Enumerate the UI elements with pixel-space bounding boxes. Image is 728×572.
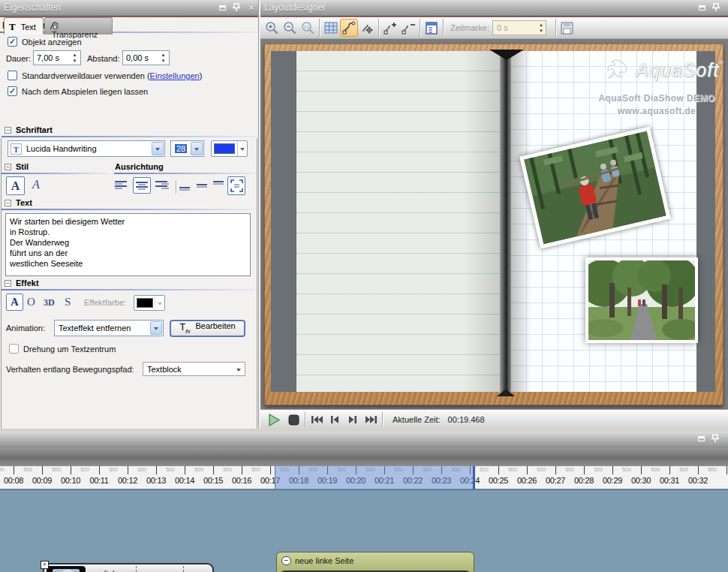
grid-icon[interactable]: [322, 19, 340, 37]
pin-icon[interactable]: [712, 3, 723, 13]
clip-linke-seite[interactable]: + linke Seite 00:06: [43, 563, 214, 572]
collapse-effekt-icon[interactable]: −: [5, 280, 11, 287]
demo-watermark: AquaSoft® AquaSoft DiaShow DEMO www.aqua…: [589, 57, 724, 116]
clip-group-neue-linke-seite[interactable]: − neue linke Seite Buch linke Seite.png …: [276, 552, 474, 572]
pin-icon[interactable]: [711, 434, 722, 444]
next-button[interactable]: [344, 411, 362, 429]
chevron-down-icon[interactable]: [191, 142, 203, 155]
layout-designer-panel: Layoutdesigner ✕ 1:1: [260, 0, 728, 429]
group-title: neue linke Seite: [295, 556, 353, 565]
minimize-icon[interactable]: [696, 434, 706, 444]
ruler-label: 00:11: [85, 476, 113, 485]
photo-tree-path[interactable]: [585, 257, 698, 343]
collapse-stil-icon[interactable]: −: [5, 164, 11, 170]
prev-button[interactable]: [326, 411, 344, 429]
save-icon[interactable]: [558, 19, 576, 37]
keep-after-play-checkbox[interactable]: ✓: [8, 86, 17, 96]
ruler-label: 00:09: [28, 476, 56, 485]
play-button[interactable]: [263, 411, 284, 429]
close-icon[interactable]: ✕: [246, 3, 257, 13]
minimize-icon[interactable]: [217, 3, 227, 13]
collapse-icon[interactable]: −: [281, 556, 291, 565]
effect-shadow-button[interactable]: S: [65, 296, 71, 309]
ruler-label: 00:27: [541, 476, 570, 485]
designer-titlebar: Layoutdesigner ✕: [260, 0, 728, 16]
settings-link[interactable]: Einstellungen: [150, 71, 200, 80]
section-schriftart: Schriftart: [16, 125, 53, 134]
ruler-label: 00:15: [199, 476, 227, 485]
add-path-point-icon[interactable]: [381, 19, 399, 37]
expand-icon[interactable]: +: [41, 561, 49, 569]
effect-plain-button[interactable]: A: [6, 294, 23, 311]
gap-spinner[interactable]: 0,00 s ▲▼: [122, 50, 170, 65]
zoom-original-icon[interactable]: 1:1: [299, 19, 317, 37]
valign-top-button[interactable]: [211, 177, 229, 194]
section-ausrichtung: Ausrichtung: [115, 162, 164, 171]
properties-titlebar: Eigenschaften ✕: [0, 0, 258, 16]
motion-path-icon[interactable]: [340, 19, 358, 37]
layout-canvas[interactable]: AquaSoft® AquaSoft DiaShow DEMO www.aqua…: [260, 39, 728, 410]
ruler-label: 00:12: [113, 476, 142, 485]
ruler-label: 00:25: [484, 476, 513, 485]
collapse-text-icon[interactable]: −: [5, 200, 11, 206]
watermark-demo-text: AquaSoft DiaShow DEMO: [589, 93, 724, 104]
object-show-checkbox[interactable]: ✓: [8, 37, 17, 47]
chevron-down-icon[interactable]: [152, 142, 164, 155]
group-header[interactable]: − neue linke Seite: [277, 552, 474, 569]
bold-button[interactable]: A: [6, 176, 25, 195]
timeline-titlebar: ✕: [0, 432, 728, 447]
standard-dwell-checkbox[interactable]: [8, 71, 17, 80]
ruler-selection: [275, 466, 475, 489]
valign-bottom-button[interactable]: [177, 177, 195, 194]
effect-3d-button[interactable]: 3D: [44, 297, 55, 309]
chevron-down-icon[interactable]: [150, 321, 162, 335]
minimize-icon[interactable]: [696, 3, 707, 13]
font-color-button[interactable]: [211, 140, 248, 157]
ruler-label: 00:30: [627, 476, 655, 485]
pin-icon[interactable]: [233, 3, 243, 13]
transparency-icon: [50, 21, 59, 30]
path-behavior-select[interactable]: Textblock: [143, 362, 245, 376]
remove-path-point-icon[interactable]: [399, 19, 417, 37]
ruler-subtick-label: 500: [0, 467, 14, 472]
storyboard-panel-icon[interactable]: [423, 19, 441, 37]
clip-thumbnail: [47, 566, 86, 572]
italic-button[interactable]: A: [29, 178, 44, 191]
close-icon[interactable]: ✕: [725, 3, 728, 13]
ruler-subtick-label: 500: [669, 467, 698, 472]
animation-select[interactable]: Texteffekt entfernen: [54, 320, 164, 336]
ruler-label: 00:13: [142, 476, 170, 485]
move-path-icon[interactable]: [358, 19, 376, 37]
edit-text-effect-button[interactable]: Tfx Bearbeiten: [170, 320, 245, 337]
tab-text[interactable]: T Text: [4, 17, 44, 35]
standard-dwell-label: Standardverweildauer verwenden (Einstell…: [22, 71, 202, 80]
align-left-button[interactable]: [113, 177, 131, 194]
rotation-center-checkbox[interactable]: [9, 344, 19, 354]
duration-spinner[interactable]: 7,00 s ▲▼: [33, 50, 81, 65]
text-content-input[interactable]: Wir starten bei diesigem Wetter in Rostr…: [5, 213, 251, 276]
timeline-tracks[interactable]: + linke Seite 00:06: [0, 489, 728, 572]
timeline-ruler[interactable]: 5005005005005005005005005005005005005005…: [0, 466, 728, 489]
spinner-arrows-icon[interactable]: ▲▼: [159, 52, 167, 64]
tab-transparenz[interactable]: Transparenz: [44, 17, 113, 35]
font-size-select[interactable]: 28: [170, 140, 204, 157]
chevron-down-icon[interactable]: [237, 141, 247, 156]
close-icon[interactable]: ✕: [724, 434, 728, 444]
stop-button[interactable]: [284, 411, 302, 429]
align-center-button[interactable]: [133, 177, 151, 194]
font-family-select[interactable]: T Lucida Handwriting: [8, 140, 165, 157]
ruler-subtick-label: 500: [555, 467, 584, 472]
effect-outline-button[interactable]: O: [27, 296, 35, 309]
align-right-button[interactable]: [153, 177, 171, 194]
zoom-in-icon[interactable]: [263, 19, 281, 37]
spinner-arrows-icon[interactable]: ▲▼: [71, 52, 79, 64]
fit-text-button[interactable]: [227, 176, 245, 195]
skip-end-button[interactable]: [362, 411, 380, 429]
skip-start-button[interactable]: [308, 411, 326, 429]
ruler-subtick-label: 500: [156, 467, 185, 472]
section-stil: Stil: [16, 162, 29, 171]
collapse-schriftart-icon[interactable]: −: [5, 127, 11, 134]
zoom-out-icon[interactable]: [281, 19, 299, 37]
ruler-subtick-label: 500: [99, 467, 128, 472]
valign-middle-button[interactable]: [194, 177, 212, 194]
